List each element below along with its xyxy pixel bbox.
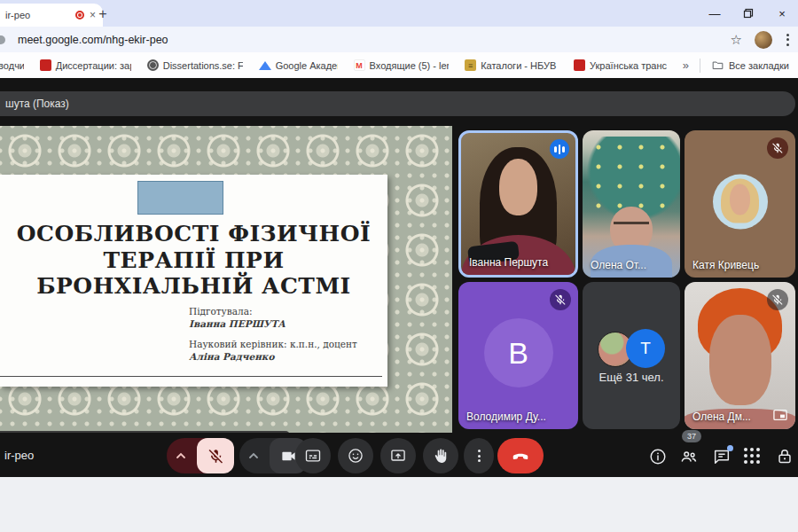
bookmark-ukr-transliteration[interactable]: Українська транслі... [574,59,667,71]
minimize-button[interactable]: — [708,6,722,20]
slide-placeholder-box [137,181,223,215]
end-call-icon [511,446,530,466]
bookmark-label: Google Академія [276,60,338,71]
smiley-icon [347,447,364,465]
screen: ir-peo × + — × meet.google.com/nhg-ekir-… [0,0,798,532]
url-bar-row: meet.google.com/nhg-ekir-peo ☆ [0,27,798,52]
red-doc-icon [40,59,51,71]
overflow-participants-tile[interactable]: T Ещё 31 чел. [583,282,680,429]
hand-icon [432,447,450,465]
participant-initial-avatar: T [626,329,665,368]
participant-tile-volodymyr[interactable]: В Володимир Ду... [458,282,578,429]
bookmarks-separator [700,59,700,73]
host-controls-button[interactable] [775,447,794,466]
camera-icon [280,448,297,465]
participant-name: Володимир Ду... [466,411,546,423]
meeting-code: ir-peo [4,449,34,462]
all-bookmarks-label: Все закладки [729,60,789,71]
mic-muted-icon [550,289,571,310]
participant-tile-ivanna[interactable]: Іванна Першута [458,130,578,278]
gmail-icon: M [354,59,365,71]
scholar-icon [259,61,271,70]
all-bookmarks-button[interactable]: Все закладки [711,59,789,72]
lock-icon [775,447,794,466]
bookmark-catalogs[interactable]: ≡Каталоги - НБУВ Н... [465,59,558,71]
meeting-details-button[interactable] [648,447,668,466]
picture-in-picture-icon[interactable] [771,406,789,424]
bookmark-label: Входящие (5) - lena... [370,60,450,71]
meet-page: шута (Показ) ОСОБЛИВОСТІ ФІЗИЧНОЇ ТЕРАПІ… [0,78,798,477]
apps-grid-icon [744,447,763,464]
captions-button[interactable] [295,438,331,473]
more-participants-label: Ещё 31 чел. [583,371,680,384]
slide-content: ОСОБЛИВОСТІ ФІЗИЧНОЇ ТЕРАПІЇ ПРИ БРОНХІА… [0,175,387,387]
participant-tile-olena-dm[interactable]: Олена Дм... [685,282,795,429]
url-text[interactable]: meet.google.com/nhg-ekir-peo [18,34,731,46]
chevron-up-icon [248,452,259,459]
presenter-banner: шута (Показ) [0,91,795,116]
participant-name: Катя Кривець [692,259,759,271]
browser-tab[interactable]: ir-peo × [0,4,103,27]
bookmarks-overflow-icon[interactable]: » [683,59,689,72]
trident-icon [574,59,585,71]
present-icon [389,447,407,465]
participant-avatar [713,175,768,230]
participant-tile-katya[interactable]: Катя Кривець [685,130,795,278]
bookmark-translator[interactable]: еводчик [0,60,24,71]
more-options-button[interactable] [464,438,494,473]
site-info-icon[interactable] [0,35,5,44]
reactions-button[interactable] [338,438,373,473]
restore-button[interactable] [741,6,755,20]
meet-toolbar: ir-peo [0,438,798,477]
video-effects-toast: нии видеоэффектов работа компьютера може… [0,431,290,433]
browser-menu-icon[interactable] [785,32,791,48]
present-screen-button[interactable] [380,438,416,473]
show-participants-button[interactable] [679,447,699,466]
raise-hand-button[interactable] [423,438,458,473]
tab-strip: ir-peo × + — × [0,0,798,27]
activities-button[interactable] [744,447,763,466]
profile-avatar[interactable] [755,31,772,49]
desktop-strip [0,477,798,532]
mic-mute-button[interactable] [197,438,234,473]
close-window-button[interactable]: × [775,6,789,20]
camera-options-chevron[interactable] [239,452,268,459]
tab-title: ir-peo [5,10,70,20]
mic-options-chevron[interactable] [167,452,195,459]
bookmark-label: еводчик [0,60,24,71]
recording-indicator-icon [75,11,84,20]
info-icon [648,447,668,466]
speaking-indicator-icon [550,139,569,159]
participant-tile-olena-ot[interactable]: Олена От... [583,130,680,278]
slide-authors: Підготувала: Іванна ПЕРШУТА Науковий кер… [189,306,357,364]
end-call-button[interactable] [497,438,544,473]
people-icon [679,447,699,466]
bookmark-dissertations-se[interactable]: Dissertations.se: FIT... [147,59,243,71]
participant-initial-avatar: В [484,318,553,387]
new-tab-button[interactable]: + [92,4,113,25]
bookmark-google-scholar[interactable]: Google Академія [259,60,338,71]
chevron-up-icon [176,452,186,459]
mic-off-icon [207,448,224,465]
captions-icon [304,447,322,465]
participant-name: Олена Дм... [692,411,751,423]
participant-name: Олена От... [591,259,646,271]
shared-presentation: ОСОБЛИВОСТІ ФІЗИЧНОЇ ТЕРАПІЇ ПРИ БРОНХІА… [0,126,452,433]
chat-notification-dot [727,445,733,451]
slide-divider [0,376,382,377]
bookmark-star-icon[interactable]: ☆ [731,32,742,48]
bookmark-dissertations-ru[interactable]: Диссертации: зару... [40,59,131,71]
mic-button-group [167,438,234,473]
restore-icon [743,8,754,19]
bookmark-gmail-inbox[interactable]: MВходящие (5) - lena... [354,59,450,71]
participant-name: Іванна Першута [469,256,548,269]
folder-icon [711,59,724,72]
presenter-banner-text: шута (Показ) [5,98,69,110]
mic-muted-icon [767,137,788,159]
mic-muted-icon [767,289,788,310]
slide-title: ОСОБЛИВОСТІ ФІЗИЧНОЇ ТЕРАПІЇ ПРИ БРОНХІА… [0,221,387,300]
bookmark-label: Dissertations.se: FIT... [163,60,243,71]
bookmark-label: Українська транслі... [590,60,667,71]
participant-count-badge: 37 [682,430,701,442]
catalog-icon: ≡ [465,59,476,71]
